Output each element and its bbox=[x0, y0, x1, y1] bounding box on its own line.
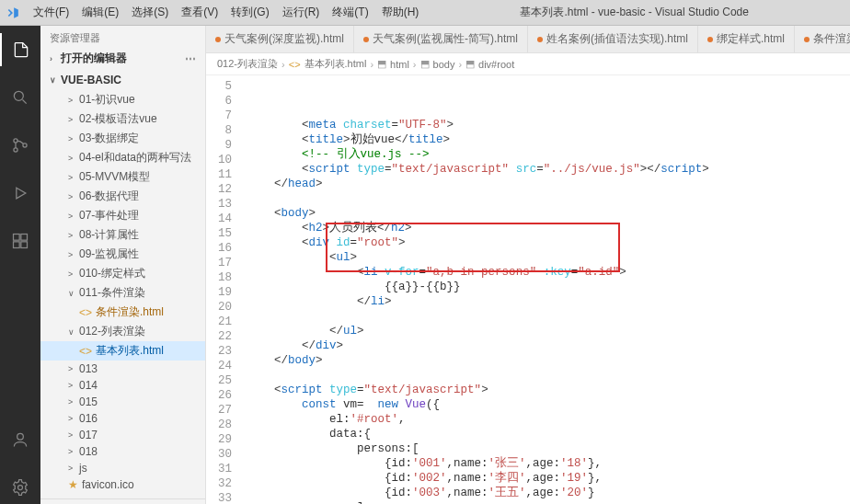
folder-item[interactable]: >07-事件处理 bbox=[40, 206, 205, 225]
folder-item[interactable]: >018 bbox=[40, 443, 205, 460]
chevron-right-icon: › bbox=[370, 59, 373, 70]
svg-rect-4 bbox=[14, 235, 20, 241]
breadcrumb-segment[interactable]: 012-列表渲染 bbox=[217, 57, 278, 71]
code-area[interactable]: 5678910111213141516171819202122232425262… bbox=[206, 75, 850, 504]
window-title: 基本列表.html - vue-basic - Visual Studio Co… bbox=[424, 5, 844, 20]
svg-point-2 bbox=[14, 148, 17, 152]
breadcrumb-tag-icon: ⬒ bbox=[420, 58, 430, 70]
breadcrumb[interactable]: 012-列表渲染›<>基本列表.html›⬒html›⬒body›⬒div#ro… bbox=[206, 53, 850, 75]
run-debug-icon[interactable] bbox=[0, 177, 40, 210]
settings-icon[interactable] bbox=[0, 471, 40, 504]
search-icon[interactable] bbox=[0, 81, 40, 114]
breadcrumb-segment[interactable]: body bbox=[433, 59, 455, 70]
folder-item[interactable]: >014 bbox=[40, 377, 205, 394]
breadcrumb-tag-icon: ⬒ bbox=[377, 58, 386, 70]
editor-tab[interactable]: 绑定样式.html bbox=[698, 26, 795, 52]
sidebar-title: 资源管理器 bbox=[40, 26, 205, 47]
menu-item[interactable]: 查看(V) bbox=[176, 3, 224, 22]
more-icon[interactable]: ⋯ bbox=[185, 52, 196, 65]
folder-item[interactable]: >04-el和data的两种写法 bbox=[40, 148, 205, 167]
vscode-logo-icon bbox=[6, 6, 20, 20]
line-gutter: 5678910111213141516171819202122232425262… bbox=[206, 75, 239, 504]
folder-item[interactable]: >015 bbox=[40, 394, 205, 410]
folder-item[interactable]: >06-数据代理 bbox=[40, 187, 205, 206]
workspace-label: VUE-BASIC bbox=[61, 74, 121, 86]
explorer-sidebar: 资源管理器 ›打开的编辑器⋯ ∨VUE-BASIC >01-初识vue>02-模… bbox=[40, 26, 206, 504]
folder-item[interactable]: >08-计算属性 bbox=[40, 225, 205, 245]
extensions-icon[interactable] bbox=[0, 224, 40, 258]
menu-item[interactable]: 终端(T) bbox=[327, 3, 373, 22]
menu-item[interactable]: 编辑(E) bbox=[76, 3, 124, 22]
explorer-icon[interactable] bbox=[0, 33, 40, 66]
folder-item[interactable]: >01-初识vue bbox=[40, 90, 205, 109]
folder-item[interactable]: ★favicon.ico bbox=[40, 476, 205, 493]
breadcrumb-segment[interactable]: 基本列表.html bbox=[304, 57, 367, 71]
svg-point-9 bbox=[18, 486, 23, 490]
code-content[interactable]: <meta charset="UTF-8"> <title>初始vue</tit… bbox=[239, 75, 850, 504]
svg-rect-7 bbox=[21, 242, 28, 248]
svg-rect-6 bbox=[14, 242, 20, 248]
file-item[interactable]: <>条件渲染.html bbox=[40, 303, 205, 322]
file-icon: <> bbox=[289, 59, 301, 70]
main-layout: 资源管理器 ›打开的编辑器⋯ ∨VUE-BASIC >01-初识vue>02-模… bbox=[0, 26, 850, 504]
open-editors-label: 打开的编辑器 bbox=[61, 51, 127, 66]
menu-bar: 文件(F)编辑(E)选择(S)查看(V)转到(G)运行(R)终端(T)帮助(H) bbox=[28, 3, 424, 22]
svg-point-3 bbox=[23, 143, 27, 147]
open-editors-header[interactable]: ›打开的编辑器⋯ bbox=[40, 47, 205, 70]
menu-item[interactable]: 运行(R) bbox=[277, 3, 326, 22]
menu-item[interactable]: 转到(G) bbox=[225, 3, 274, 22]
breadcrumb-segment[interactable]: html bbox=[390, 59, 409, 70]
chevron-right-icon: › bbox=[413, 59, 417, 70]
editor-tab[interactable]: 姓名案例(插值语法实现).html bbox=[528, 26, 698, 52]
activity-bar bbox=[0, 26, 40, 504]
folder-item[interactable]: >05-MVVM模型 bbox=[40, 167, 205, 187]
svg-point-1 bbox=[14, 139, 17, 143]
folder-item[interactable]: >016 bbox=[40, 410, 205, 427]
svg-rect-5 bbox=[21, 235, 28, 241]
folder-item[interactable]: >02-模板语法vue bbox=[40, 109, 205, 129]
folder-item[interactable]: >03-数据绑定 bbox=[40, 129, 205, 148]
folder-item[interactable]: >010-绑定样式 bbox=[40, 264, 205, 283]
folder-item[interactable]: >09-监视属性 bbox=[40, 245, 205, 264]
menu-item[interactable]: 文件(F) bbox=[28, 3, 75, 22]
breadcrumb-tag-icon: ⬒ bbox=[465, 58, 475, 70]
folder-item[interactable]: ∨012-列表渲染 bbox=[40, 322, 205, 341]
svg-point-0 bbox=[14, 91, 23, 100]
outline-header[interactable]: ›大纲 bbox=[40, 498, 205, 504]
title-bar: 文件(F)编辑(E)选择(S)查看(V)转到(G)运行(R)终端(T)帮助(H)… bbox=[0, 0, 850, 26]
breadcrumb-segment[interactable]: div#root bbox=[478, 59, 514, 70]
editor-group: 天气案例(深度监视).html天气案例(监视属性-简写).html姓名案例(插值… bbox=[206, 26, 850, 504]
chevron-right-icon: › bbox=[458, 59, 462, 70]
folder-item[interactable]: >013 bbox=[40, 361, 205, 377]
editor-tab[interactable]: 条件渲染.html bbox=[795, 26, 850, 52]
editor-tab[interactable]: 天气案例(监视属性-简写).html bbox=[354, 26, 528, 52]
file-tree: >01-初识vue>02-模板语法vue>03-数据绑定>04-el和data的… bbox=[40, 90, 205, 493]
editor-tabs: 天气案例(深度监视).html天气案例(监视属性-简写).html姓名案例(插值… bbox=[206, 26, 850, 53]
workspace-header[interactable]: ∨VUE-BASIC bbox=[40, 70, 205, 90]
svg-point-8 bbox=[17, 433, 24, 440]
editor-tab[interactable]: 天气案例(深度监视).html bbox=[206, 26, 354, 52]
source-control-icon[interactable] bbox=[0, 129, 40, 162]
menu-item[interactable]: 帮助(H) bbox=[376, 3, 425, 22]
folder-item[interactable]: >017 bbox=[40, 427, 205, 443]
chevron-right-icon: › bbox=[281, 59, 285, 70]
file-item[interactable]: <>基本列表.html bbox=[40, 341, 205, 361]
account-icon[interactable] bbox=[0, 423, 40, 456]
folder-item[interactable]: >js bbox=[40, 460, 205, 476]
menu-item[interactable]: 选择(S) bbox=[126, 3, 174, 22]
folder-item[interactable]: ∨011-条件渲染 bbox=[40, 283, 205, 303]
